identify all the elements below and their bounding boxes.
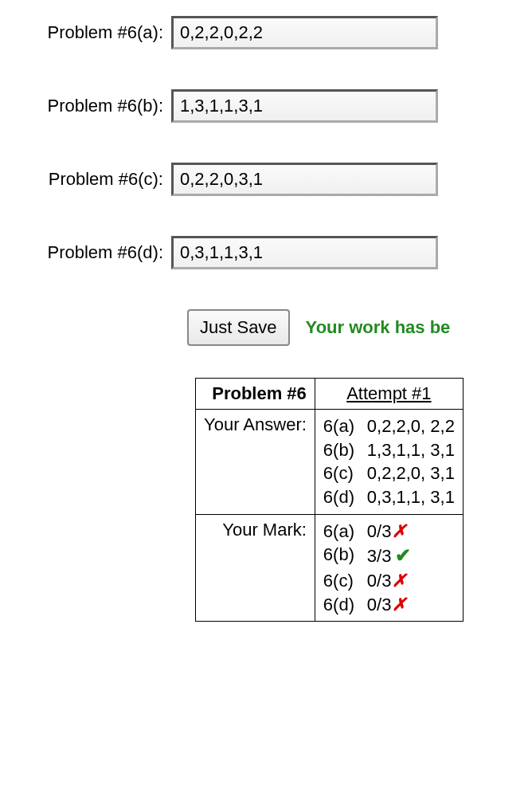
answer-row-6b: 6(b) 1,3,1,1, 3,1 xyxy=(323,438,455,462)
results-header-left: Problem #6 xyxy=(196,379,315,410)
mark-score-6d: 0/3 xyxy=(367,593,392,617)
mark-part-6a: 6(a) xyxy=(323,520,367,544)
answer-part-6c: 6(c) xyxy=(323,461,367,485)
problem-input-6a[interactable] xyxy=(171,16,438,49)
answer-row-6a: 6(a) 0,2,2,0, 2,2 xyxy=(323,414,455,438)
problem-input-6b[interactable] xyxy=(171,89,438,123)
answer-cell: 6(a) 0,2,2,0, 2,2 6(b) 1,3,1,1, 3,1 6(c)… xyxy=(315,410,463,515)
answer-row-6c: 6(c) 0,2,2,0, 3,1 xyxy=(323,461,455,485)
answer-part-6d: 6(d) xyxy=(323,485,367,509)
cross-icon: ✗ xyxy=(392,593,406,617)
mark-score-6b: 3/3 xyxy=(367,544,392,568)
mark-cell: 6(a) 0/3 ✗ 6(b) 3/3 ✔ 6(c) 0/3 ✗ xyxy=(315,514,463,621)
mark-part-6c: 6(c) xyxy=(323,569,367,593)
cross-icon: ✗ xyxy=(392,569,406,593)
cross-icon: ✗ xyxy=(392,520,406,544)
mark-row-6a: 6(a) 0/3 ✗ xyxy=(323,520,455,544)
answer-part-6a: 6(a) xyxy=(323,414,367,438)
results-header-right[interactable]: Attempt #1 xyxy=(315,379,463,410)
answer-value-6a: 0,2,2,0, 2,2 xyxy=(367,414,455,438)
save-message: Your work has be xyxy=(306,317,451,338)
mark-row-6b: 6(b) 3/3 ✔ xyxy=(323,543,455,568)
problem-label-6b: Problem #6(b): xyxy=(16,96,171,116)
your-answer-label: Your Answer: xyxy=(196,410,315,515)
check-icon: ✔ xyxy=(395,543,411,568)
save-button[interactable]: Just Save xyxy=(187,309,290,346)
answer-row-6d: 6(d) 0,3,1,1, 3,1 xyxy=(323,485,455,509)
mark-score-6c: 0/3 xyxy=(367,569,392,593)
results-table: Problem #6 Attempt #1 Your Answer: 6(a) … xyxy=(195,378,464,622)
answer-value-6d: 0,3,1,1, 3,1 xyxy=(367,485,455,509)
mark-score-6a: 0/3 xyxy=(367,520,392,544)
mark-row-6c: 6(c) 0/3 ✗ xyxy=(323,569,455,593)
mark-part-6d: 6(d) xyxy=(323,593,367,617)
mark-row-6d: 6(d) 0/3 ✗ xyxy=(323,593,455,617)
mark-part-6b: 6(b) xyxy=(323,543,367,568)
problem-label-6d: Problem #6(d): xyxy=(16,242,171,263)
answer-part-6b: 6(b) xyxy=(323,438,367,462)
your-mark-label: Your Mark: xyxy=(196,514,315,621)
answer-value-6b: 1,3,1,1, 3,1 xyxy=(367,438,455,462)
problem-input-6d[interactable] xyxy=(171,236,438,269)
answer-value-6c: 0,2,2,0, 3,1 xyxy=(367,461,455,485)
problem-label-6a: Problem #6(a): xyxy=(16,22,171,43)
problem-label-6c: Problem #6(c): xyxy=(16,169,171,190)
problem-input-6c[interactable] xyxy=(171,163,438,196)
